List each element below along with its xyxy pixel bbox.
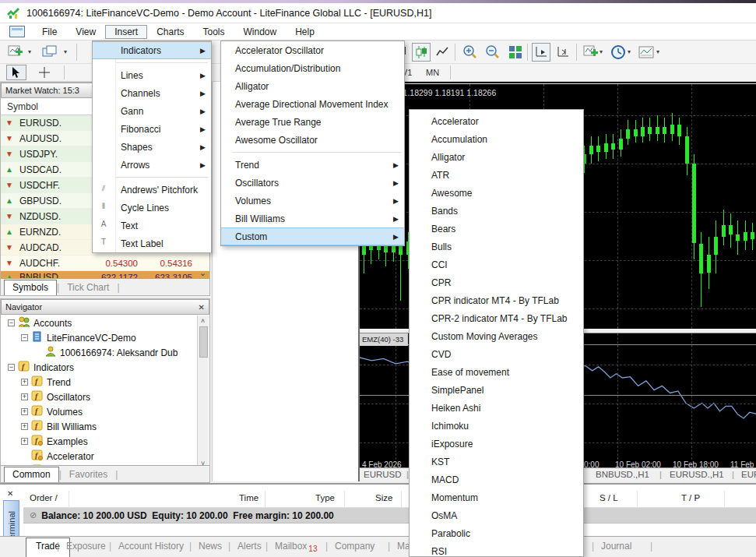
tree-item-trend[interactable]: +fTrend bbox=[2, 375, 198, 390]
terminal-column-type[interactable]: Type bbox=[315, 493, 335, 502]
terminal-tab-exposure[interactable]: Exposure bbox=[66, 541, 106, 552]
terminal-column-size[interactable]: Size bbox=[375, 493, 392, 502]
menu-item-accumulation-distribution[interactable]: Accumulation/Distribution bbox=[221, 59, 404, 77]
expander-plus-icon[interactable]: + bbox=[21, 408, 28, 415]
menu-item-ease-of-movement[interactable]: Ease of movement bbox=[410, 363, 583, 381]
terminal-tab-news[interactable]: News bbox=[199, 541, 222, 552]
close-icon[interactable]: ✕ bbox=[199, 303, 205, 312]
terminal-tab-account-history[interactable]: Account History bbox=[118, 541, 184, 552]
auto-scroll-button[interactable] bbox=[532, 43, 550, 62]
zoom-in-button[interactable] bbox=[461, 43, 480, 62]
menu-item-ichimoku[interactable]: Ichimoku bbox=[410, 417, 583, 435]
chart-tab-eurusd[interactable]: EURUSD bbox=[364, 470, 402, 479]
navigator-scrollbar[interactable]: ˄ ˅ bbox=[197, 316, 209, 469]
tree-item-indicators[interactable]: −fIndicators bbox=[2, 360, 198, 375]
tree-item-oscillators[interactable]: +fOscillators bbox=[2, 390, 198, 404]
menu-item-rsi[interactable]: RSI bbox=[410, 542, 583, 557]
market-watch-row-audchf[interactable]: ▼AUDCHF.0.543000.54316 bbox=[1, 256, 209, 271]
expander-plus-icon[interactable]: + bbox=[21, 423, 28, 430]
navigator-title[interactable]: Navigator ✕ bbox=[1, 299, 209, 315]
chart-shift-button[interactable] bbox=[554, 43, 572, 62]
terminal-column-order-[interactable]: Order / bbox=[30, 493, 58, 502]
menu-item-channels[interactable]: Channels▶ bbox=[93, 84, 211, 102]
chart-tab-bnbusd-h1[interactable]: BNBUSD.,H1 bbox=[596, 470, 649, 479]
candlestick-mode-button[interactable] bbox=[412, 43, 431, 62]
menubar-item-view[interactable]: View bbox=[66, 25, 105, 39]
add-indicator-button[interactable] bbox=[582, 43, 600, 62]
menu-item-oscillators[interactable]: Oscillators▶ bbox=[221, 174, 404, 192]
menu-item-bulls[interactable]: Bulls bbox=[410, 238, 583, 256]
profiles-dropdown-caret[interactable]: ▾ bbox=[64, 48, 67, 55]
periods-clock-button[interactable] bbox=[609, 43, 628, 62]
menu-item-kst[interactable]: KST bbox=[410, 453, 583, 471]
expander-minus-icon[interactable]: − bbox=[8, 319, 15, 326]
expander-plus-icon[interactable]: + bbox=[21, 379, 28, 386]
tree-item-accelerator[interactable]: fAccelerator bbox=[2, 449, 198, 464]
menu-item-heiken-ashi[interactable]: Heiken Ashi bbox=[410, 399, 583, 417]
market-watch-tab-symbols[interactable]: Symbols bbox=[4, 280, 57, 295]
tree-item-1006166974-aleksandr-dub[interactable]: 1006166974: Aleksandr Dub bbox=[2, 345, 198, 360]
menu-item-cpr-2-indicator-mt4-by-tflab[interactable]: CPR-2 indicator MT4 - By TFLab bbox=[410, 309, 583, 327]
templates-button[interactable] bbox=[637, 43, 656, 62]
tile-windows-button[interactable] bbox=[506, 43, 525, 62]
scroll-up-icon[interactable]: ˄ bbox=[201, 317, 205, 325]
terminal-column-t-p[interactable]: T / P bbox=[681, 493, 700, 502]
menubar-item-file[interactable]: File bbox=[33, 25, 66, 39]
menubar-item-window[interactable]: Window bbox=[234, 25, 287, 39]
menubar-item-help[interactable]: Help bbox=[286, 25, 324, 39]
menu-item-alligator[interactable]: Alligator bbox=[221, 77, 404, 95]
close-icon[interactable]: ✕ bbox=[7, 489, 13, 498]
menu-item-custom[interactable]: Custom▶ bbox=[221, 227, 404, 245]
terminal-column-s-l[interactable]: S / L bbox=[600, 493, 618, 502]
navigator-tab-favorites[interactable]: Favorites bbox=[62, 467, 115, 482]
periods-dropdown-caret[interactable]: ▾ bbox=[628, 48, 631, 55]
tree-item-volumes[interactable]: +fVolumes bbox=[2, 404, 198, 419]
terminal-tab-mailbox[interactable]: Mailbox13 bbox=[275, 541, 317, 552]
chart-tab-eurusd-h1[interactable]: EURUSD.,H1 bbox=[670, 470, 724, 479]
tree-item-bill-williams[interactable]: +fBill Williams bbox=[2, 419, 198, 434]
menu-item-momentum[interactable]: Momentum bbox=[410, 488, 583, 506]
menu-item-indicators[interactable]: Indicators▶ bbox=[93, 41, 211, 59]
crosshair-tool-button[interactable] bbox=[34, 65, 55, 80]
menubar-item-tools[interactable]: Tools bbox=[194, 25, 234, 39]
add-indicator-dropdown-caret[interactable]: ▾ bbox=[600, 48, 603, 55]
menu-item-simplepanel[interactable]: SimplePanel bbox=[410, 381, 583, 399]
menu-item-text-label[interactable]: TText Label bbox=[93, 234, 211, 252]
templates-dropdown-caret[interactable]: ▾ bbox=[656, 48, 659, 55]
menu-item-bears[interactable]: Bears bbox=[410, 220, 583, 238]
menu-item-average-true-range[interactable]: Average True Range bbox=[221, 113, 404, 131]
menu-item-osma[interactable]: OsMA bbox=[410, 506, 583, 524]
cursor-tool-button[interactable] bbox=[6, 65, 26, 80]
menu-item-macd[interactable]: MACD bbox=[410, 471, 583, 488]
new-chart-dropdown-caret[interactable]: ▾ bbox=[28, 48, 31, 55]
zoom-out-button[interactable] bbox=[483, 43, 502, 62]
menu-item-average-directional-movement-index[interactable]: Average Directional Movement Index bbox=[221, 95, 404, 113]
menu-item-volumes[interactable]: Volumes▶ bbox=[221, 192, 404, 210]
balance-row[interactable]: ⊘ Balance: 10 200.00 USD Equity: 10 200.… bbox=[23, 508, 756, 524]
menu-item-accelerator[interactable]: Accelerator bbox=[410, 112, 583, 130]
tree-item-examples[interactable]: +fExamples bbox=[2, 434, 198, 449]
menu-item-arrows[interactable]: Arrows▶ bbox=[93, 156, 211, 174]
tree-item-litefinancevc-demo[interactable]: −LiteFinanceVC-Demo bbox=[2, 330, 198, 345]
menu-item-awesome[interactable]: Awesome bbox=[410, 184, 583, 202]
menu-item-cpr-indicator-mt4-by-tflab[interactable]: CPR indicator MT4 - By TFLab bbox=[410, 291, 583, 309]
menu-item-cycle-lines[interactable]: ⦀Cycle Lines bbox=[93, 199, 211, 217]
menu-item-gann[interactable]: Gann▶ bbox=[93, 102, 211, 120]
menu-item-accelerator-oscillator[interactable]: Accelerator Oscillator bbox=[221, 41, 404, 59]
menu-item-trend[interactable]: Trend▶ bbox=[221, 156, 404, 174]
menu-item-parabolic[interactable]: Parabolic bbox=[410, 524, 583, 542]
new-chart-button[interactable] bbox=[6, 43, 25, 62]
line-chart-mode-button[interactable] bbox=[433, 43, 452, 62]
terminal-column-time[interactable]: Time bbox=[239, 493, 258, 502]
timeframe-mn-button[interactable]: MN bbox=[423, 66, 442, 79]
chart-tab-euru[interactable]: EURU bbox=[741, 470, 756, 479]
terminal-tab-alerts[interactable]: Alerts bbox=[237, 541, 262, 552]
menu-item-bands[interactable]: Bands bbox=[410, 202, 583, 220]
chart-window-icon[interactable] bbox=[9, 26, 25, 37]
menu-item-cvd[interactable]: CVD bbox=[410, 345, 583, 363]
menu-item-iexposure[interactable]: iExposure bbox=[410, 435, 583, 453]
profiles-button[interactable] bbox=[40, 43, 59, 62]
menu-item-bill-williams[interactable]: Bill Williams▶ bbox=[221, 210, 404, 227]
expander-plus-icon[interactable]: + bbox=[21, 393, 28, 400]
menu-item-accumulation[interactable]: Accumulation bbox=[410, 130, 583, 148]
